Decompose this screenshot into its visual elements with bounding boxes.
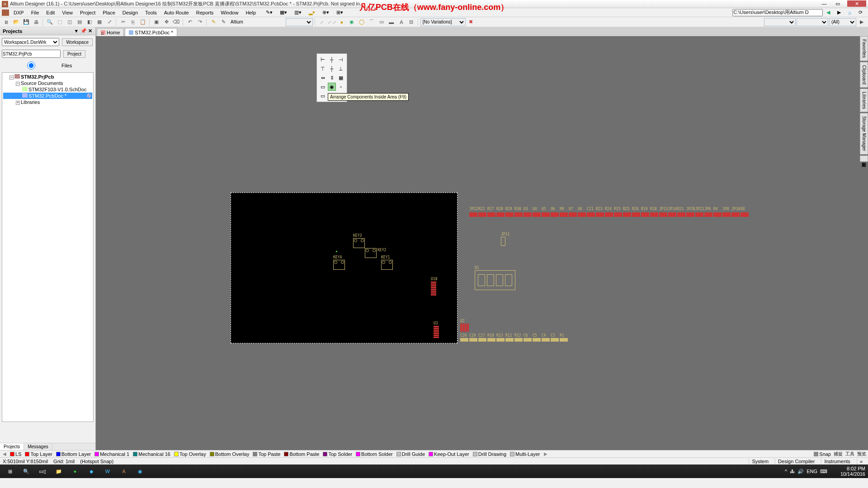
workspace-combo[interactable]: Workspace1.DsnWrk [2,38,59,46]
preview-cn[interactable]: 预览 [857,451,866,457]
zoom-area-icon[interactable]: ⬚ [55,18,64,26]
arrange-inside-area-icon[interactable]: ◉ [328,83,336,91]
comp-u3[interactable]: U3 [434,326,439,338]
layer-scroll-right[interactable]: ▶ [543,451,548,456]
tray-vol-icon[interactable]: 🔊 [797,469,804,474]
arc-icon[interactable]: ⌒ [367,18,376,26]
layers-icon[interactable]: ▤ [75,18,84,26]
tree-source-docs[interactable]: −Source Documents [3,80,92,86]
nav-stop-icon[interactable]: ⟳ [855,9,866,16]
comp-u10[interactable]: U10 [431,282,436,296]
menu-reports[interactable]: Reports [193,9,217,16]
nav-home-icon[interactable]: ⌂ [844,9,855,16]
variations-combo[interactable]: [No Variations] [420,18,466,26]
rail-libraries[interactable]: Libraries [860,89,868,112]
new-icon[interactable]: 🗎 [2,18,11,26]
panel-tab-messages[interactable]: Messages [24,443,52,450]
tools-cn[interactable]: 工具 [845,451,854,457]
toolbar-dropdown-icon[interactable]: ✎▾ [262,9,276,16]
layer-mechanical-1[interactable]: Mechanical 1 [94,451,129,457]
highlight-icon[interactable]: ✎ [209,18,218,26]
menu-dxp[interactable]: DXP [10,9,28,16]
redo-icon[interactable]: ↷ [195,18,204,26]
layer-top-solder[interactable]: Top Solder [323,451,352,457]
tab-home[interactable]: ⌂Home [97,28,124,36]
toolbar-align-icon[interactable]: ▦▾ [276,9,291,16]
layer-mechanical-16[interactable]: Mechanical 16 [133,451,170,457]
toolbar-grid2-icon[interactable]: ⊞▾ [333,9,347,16]
rail-clipboard[interactable]: Clipboard [860,62,868,88]
route-diff-icon[interactable]: ⟋⟋ [327,18,336,26]
filter-apply-icon[interactable]: ▶ [857,18,866,26]
toolbar-grid-icon[interactable]: ▥▾ [291,9,305,16]
tree-sch[interactable]: STM32F103-V1.0.SchDoc [3,86,92,93]
maximize-button[interactable]: ▭ [834,0,842,7]
align-center-h-icon[interactable]: ┼ [328,56,336,64]
via-icon[interactable]: ● [337,18,346,26]
word-icon[interactable]: W [99,465,116,478]
nav-back-icon[interactable]: ◀ [823,9,834,16]
task-view-icon[interactable]: ▭▯ [34,465,51,478]
layer-top-layer[interactable]: Top Layer [25,451,52,457]
menu-design[interactable]: Design [119,9,142,16]
menu-project[interactable]: Project [76,9,99,16]
status-instruments[interactable]: Instruments [821,459,853,464]
dimension-icon[interactable]: ⊟ [407,18,416,26]
altium-task-icon[interactable]: A [116,465,132,478]
align-center-v-icon[interactable]: ┼ [328,65,336,73]
comp-key3[interactable]: KEY3 [353,238,365,248]
layer-drill-drawing[interactable]: Drill Drawing [473,451,506,457]
top-row-pads[interactable] [469,212,749,217]
layer-multi-layer[interactable]: Multi-Layer [510,451,540,457]
explorer-icon[interactable]: 📁 [51,465,67,478]
room-icon[interactable]: ▭ [319,83,327,91]
layer-scroll-left[interactable]: ◀ [2,451,7,456]
rail-favorites[interactable]: Favorites [860,36,868,61]
close-button[interactable]: ✕ [847,0,866,7]
tray-lang[interactable]: ENG [807,469,817,474]
layer-top-paste[interactable]: Top Paste [253,451,280,457]
align-bottom-icon[interactable]: ⊥ [337,65,345,73]
fill-icon[interactable]: ▬ [387,18,396,26]
error-icon[interactable]: ✖ [467,18,476,26]
dist-v-icon[interactable]: ⇕ [328,74,336,82]
status-system[interactable]: System [749,459,771,464]
select-all-icon[interactable]: ▣ [152,18,161,26]
undo-icon[interactable]: ↶ [185,18,194,26]
filter-scope-combo[interactable] [797,18,828,26]
layer-bottom-layer[interactable]: Bottom Layer [56,451,91,457]
layer-keep-out-layer[interactable]: Keep-Out Layer [429,451,469,457]
toolbar-crosshair-icon[interactable]: ⊕▾ [319,9,333,16]
copy-icon[interactable]: ⎘ [128,18,137,26]
rect-icon[interactable]: ▭ [377,18,386,26]
layer-bottom-solder[interactable]: Bottom Solder [356,451,393,457]
view3d-icon[interactable]: ◧ [85,18,94,26]
clear-hl-icon[interactable]: ✎ [219,18,228,26]
panel-menu-icon[interactable]: ▾ [74,28,79,34]
bottom-row-pads[interactable] [460,338,568,342]
tree-pcb[interactable]: STM32.PcbDoc *🛇 [3,93,92,99]
tray-up-icon[interactable]: ^ [785,469,787,474]
menu-tools[interactable]: Tools [142,9,160,16]
text-icon[interactable]: A [397,18,406,26]
menu-edit[interactable]: Edit [42,9,58,16]
system-tray[interactable]: ^ 🖧 🔊 ENG ⌨ [785,469,827,474]
comp-jp11[interactable]: JP11 [501,237,505,246]
align-right-icon[interactable]: ⊣ [337,56,345,64]
print-icon[interactable]: 🖶 [32,18,41,26]
cross-icon[interactable]: ⤢ [105,18,114,26]
zoom-sel-icon[interactable]: ◫ [65,18,74,26]
comp-key1[interactable]: KEY1 [381,260,393,270]
workspace-button[interactable]: Workspace [62,38,93,46]
comp-key4[interactable]: KEY4 [333,260,345,270]
cut-icon[interactable]: ✂ [118,18,127,26]
search-icon[interactable]: 🔍 [18,465,34,478]
tab-pcbdoc[interactable]: STM32.PcbDoc * [125,28,177,36]
layer-ls[interactable]: LS [10,451,21,457]
pcb-canvas[interactable]: ⊢ ┼ ⊣ ⊤ ┼ ⊥ ⇔ ⇕ ▦ ▭ ◉ ▫ ▭ Arrange Compon… [96,36,868,450]
minimize-button[interactable]: — [820,0,828,7]
comp-q1[interactable]: Q1 [475,270,515,290]
open-icon[interactable]: 📂 [12,18,21,26]
panel-close-icon[interactable]: ✕ [87,28,93,34]
wechat-icon[interactable]: ● [67,465,83,478]
